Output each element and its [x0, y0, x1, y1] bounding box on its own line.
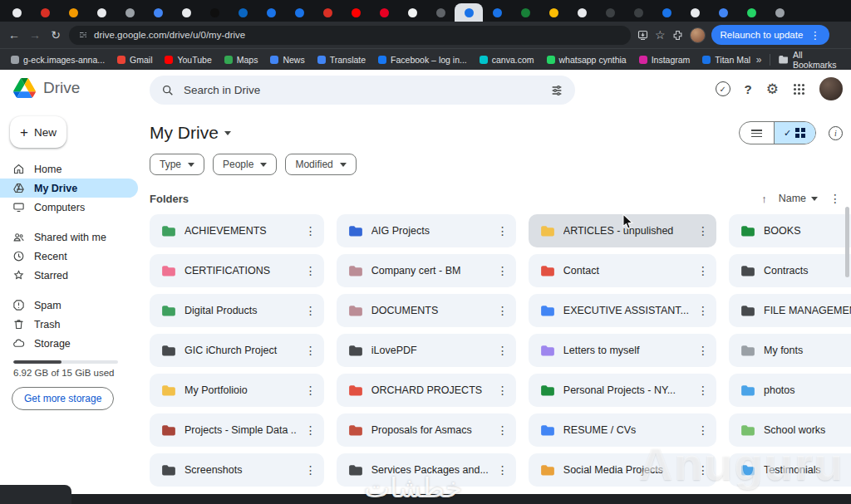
bookmark-item[interactable]: YouTube — [159, 53, 217, 66]
folder-card[interactable]: My Portfolioio⋮ — [150, 374, 324, 407]
vertical-scrollbar[interactable] — [845, 207, 849, 277]
folder-more-icon[interactable]: ⋮ — [697, 224, 709, 237]
sidebar-item-spam[interactable]: Spam — [0, 296, 138, 315]
folder-card[interactable]: Screenshots⋮ — [150, 453, 324, 487]
folder-more-icon[interactable]: ⋮ — [305, 463, 317, 477]
folder-card[interactable]: AIG Projects⋮ — [337, 214, 516, 247]
browser-profile-avatar[interactable] — [690, 27, 706, 43]
page-title-dropdown[interactable]: My Drive — [150, 123, 231, 143]
folder-card[interactable]: FILE MANAGEMENT⋮ — [729, 294, 851, 327]
sort-by-button[interactable]: Name — [779, 193, 818, 204]
install-app-icon[interactable] — [637, 29, 649, 42]
bookmark-item[interactable]: whatsapp cynthia — [541, 53, 632, 66]
browser-tab[interactable] — [144, 3, 172, 22]
browser-tab[interactable] — [737, 3, 765, 22]
sidebar-item-storage[interactable]: Storage — [0, 334, 138, 353]
bookmark-item[interactable]: Maps — [219, 53, 264, 66]
folder-card[interactable]: Personal Projects - NY...⋮ — [529, 374, 716, 407]
folder-more-icon[interactable]: ⋮ — [497, 423, 509, 437]
browser-tab[interactable] — [2, 3, 31, 22]
browser-tab[interactable] — [539, 3, 568, 22]
list-view-button[interactable] — [740, 122, 774, 144]
browser-tab[interactable] — [285, 3, 313, 22]
filter-chip-people[interactable]: People — [213, 154, 277, 175]
browser-tab[interactable] — [765, 3, 794, 22]
folder-card[interactable]: iLovePDF⋮ — [337, 334, 516, 367]
get-more-storage-button[interactable]: Get more storage — [12, 387, 114, 410]
browser-tab[interactable] — [455, 3, 483, 22]
folder-card[interactable]: Contracts⋮ — [729, 254, 851, 287]
sidebar-item-trash[interactable]: Trash — [0, 315, 138, 334]
folder-more-icon[interactable]: ⋮ — [305, 224, 317, 237]
folder-more-icon[interactable]: ⋮ — [305, 423, 317, 437]
folder-card[interactable]: ORCHARD PROJECTS⋮ — [337, 374, 516, 407]
folder-more-icon[interactable]: ⋮ — [697, 304, 709, 317]
address-bar[interactable]: drive.google.com/drive/u/0/my-drive — [69, 26, 631, 45]
grid-view-button[interactable]: ✓ — [774, 122, 815, 144]
folder-more-icon[interactable]: ⋮ — [305, 304, 317, 317]
browser-tab[interactable] — [313, 3, 342, 22]
bookmark-star-icon[interactable]: ☆ — [655, 28, 666, 42]
browser-tab[interactable] — [370, 3, 398, 22]
folder-card[interactable]: My fonts⋮ — [729, 334, 851, 367]
folder-more-icon[interactable]: ⋮ — [697, 384, 709, 397]
filter-chip-modified[interactable]: Modified — [285, 154, 356, 175]
folder-more-icon[interactable]: ⋮ — [305, 264, 317, 277]
folder-more-icon[interactable]: ⋮ — [697, 344, 709, 357]
all-bookmarks-button[interactable]: All Bookmarks — [779, 50, 846, 70]
folder-card[interactable]: Company cert - BM⋮ — [337, 254, 516, 287]
help-icon[interactable]: ? — [745, 82, 752, 96]
browser-menu-icon[interactable]: ⋮ — [809, 29, 820, 42]
relaunch-button[interactable]: Relaunch to update ⋮ — [711, 25, 830, 45]
sidebar-item-starred[interactable]: Starred — [0, 266, 138, 285]
sidebar-item-computers[interactable]: Computers — [0, 198, 138, 217]
folder-card[interactable]: Contact⋮ — [529, 254, 716, 287]
advanced-search-icon[interactable] — [550, 84, 563, 97]
browser-tab[interactable] — [31, 3, 59, 22]
browser-tab[interactable] — [511, 3, 539, 22]
bookmarks-overflow-icon[interactable]: » — [756, 54, 762, 66]
account-avatar[interactable] — [819, 77, 843, 100]
folder-more-icon[interactable]: ⋮ — [497, 304, 509, 317]
folder-more-icon[interactable]: ⋮ — [305, 344, 317, 357]
browser-tab[interactable] — [257, 3, 285, 22]
folder-more-icon[interactable]: ⋮ — [497, 344, 509, 357]
folder-more-icon[interactable]: ⋮ — [497, 264, 509, 277]
browser-tab[interactable] — [342, 3, 370, 22]
google-apps-grid-icon[interactable] — [794, 84, 796, 86]
folder-more-icon[interactable]: ⋮ — [497, 384, 509, 397]
bookmark-item[interactable]: Gmail — [111, 53, 158, 66]
forward-icon[interactable]: → — [27, 28, 42, 42]
browser-tab[interactable] — [596, 3, 624, 22]
folder-more-icon[interactable]: ⋮ — [305, 384, 317, 397]
sort-direction-icon[interactable]: ↑ — [761, 193, 767, 205]
extensions-icon[interactable] — [671, 29, 684, 42]
folders-more-icon[interactable]: ⋮ — [829, 192, 843, 205]
bookmark-item[interactable]: Instagram — [633, 53, 696, 66]
folder-more-icon[interactable]: ⋮ — [697, 423, 709, 437]
browser-tab[interactable] — [229, 3, 257, 22]
browser-tab[interactable] — [59, 3, 87, 22]
site-info-icon[interactable] — [78, 30, 88, 40]
bookmark-item[interactable]: canva.com — [474, 53, 540, 66]
browser-tab[interactable] — [624, 3, 652, 22]
new-button[interactable]: + New — [10, 116, 66, 148]
sidebar-item-home[interactable]: Home — [0, 159, 138, 179]
folder-card[interactable]: CERTIFICATIONS⋮ — [150, 254, 324, 287]
folder-card[interactable]: Projects - Simple Data ..⋮ — [150, 413, 324, 447]
search-input[interactable]: Search in Drive — [150, 76, 575, 105]
details-info-icon[interactable]: i — [829, 126, 843, 140]
sidebar-item-shared-with-me[interactable]: Shared with me — [0, 228, 138, 247]
sidebar-item-recent[interactable]: Recent — [0, 247, 138, 266]
folder-card[interactable]: GIC iChurch Project⋮ — [150, 334, 324, 367]
drive-logo[interactable]: Drive — [13, 78, 80, 98]
bookmark-item[interactable]: Facebook – log in... — [372, 53, 473, 66]
folder-card[interactable]: Proposals for Asmacs⋮ — [337, 413, 516, 447]
browser-tab[interactable] — [426, 3, 455, 22]
folder-more-icon[interactable]: ⋮ — [697, 264, 709, 277]
browser-tab[interactable] — [709, 3, 737, 22]
folder-card[interactable]: EXECUTIVE ASSISTANT...⋮ — [529, 294, 716, 327]
sidebar-item-my-drive[interactable]: My Drive — [0, 179, 138, 198]
browser-tab[interactable] — [200, 3, 229, 22]
browser-tab[interactable] — [568, 3, 596, 22]
